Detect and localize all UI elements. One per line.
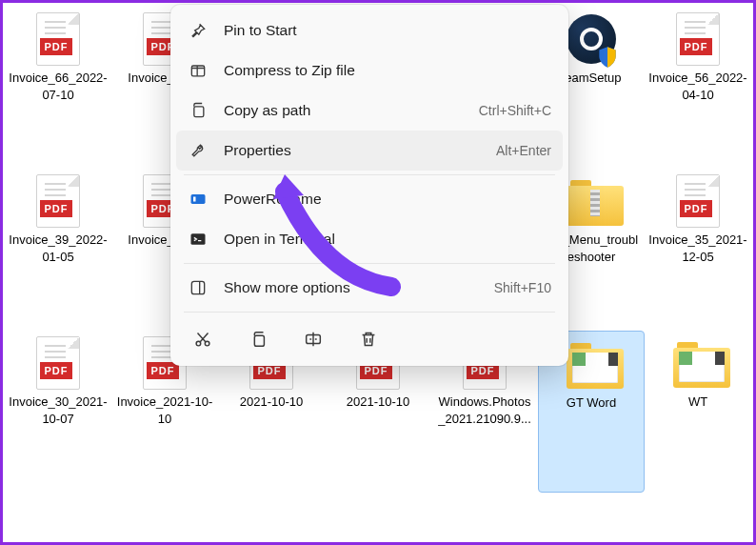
- pin-icon: [188, 20, 209, 41]
- file-label: WT: [688, 394, 707, 411]
- file-label: Invoice_2021-10-10: [115, 394, 214, 427]
- pdf-icon: PDF: [33, 174, 83, 230]
- menu-item-open-in-terminal[interactable]: Open in Terminal: [176, 219, 563, 259]
- svg-rect-8: [254, 335, 264, 346]
- file-item[interactable]: PDFInvoice_66_2022-07-10: [5, 7, 111, 169]
- menu-item-label: Show more options: [224, 279, 494, 296]
- menu-item-label: Open in Terminal: [224, 231, 551, 248]
- file-item[interactable]: PDFInvoice_30_2021-10-07: [5, 331, 111, 493]
- menu-item-label: Pin to Start: [224, 22, 551, 39]
- svg-rect-1: [194, 107, 204, 117]
- menu-shortcut: Ctrl+Shift+C: [479, 103, 551, 118]
- svg-point-7: [205, 341, 209, 346]
- menu-shortcut: Alt+Enter: [496, 143, 551, 158]
- file-label: Invoice_39_2022-01-05: [9, 232, 108, 265]
- rename-button[interactable]: [300, 326, 327, 353]
- svg-rect-5: [191, 281, 204, 293]
- context-menu: Pin to StartCompress to Zip fileCopy as …: [170, 5, 568, 366]
- properties-icon: [188, 140, 209, 161]
- file-item[interactable]: PDFInvoice_39_2022-01-05: [5, 169, 111, 331]
- menu-divider: [184, 174, 555, 175]
- svg-rect-2: [191, 194, 206, 204]
- file-label: Invoice_56_2022-04-10: [648, 70, 747, 103]
- menu-divider: [184, 312, 555, 313]
- file-label: Invoice_66_2022-07-10: [9, 70, 108, 103]
- file-label: GT Word: [567, 394, 616, 412]
- cut-button[interactable]: [189, 326, 216, 353]
- menu-shortcut: Shift+F10: [494, 280, 551, 295]
- menu-item-pin-to-start[interactable]: Pin to Start: [176, 10, 563, 50]
- menu-action-row: [176, 316, 563, 360]
- zip-icon: [188, 60, 209, 81]
- menu-item-label: Properties: [224, 142, 496, 159]
- steam-setup-icon: [567, 12, 616, 68]
- menu-item-copy-as-path[interactable]: Copy as pathCtrl+Shift+C: [176, 91, 563, 131]
- pdf-icon: PDF: [33, 12, 83, 68]
- menu-item-label: Compress to Zip file: [224, 62, 551, 79]
- svg-point-6: [196, 341, 201, 346]
- more-icon: [188, 277, 209, 298]
- menu-divider: [184, 263, 555, 264]
- file-label: Windows.Photos_2021.21090.9...: [435, 394, 534, 427]
- powerrename-icon: [188, 189, 209, 210]
- file-item[interactable]: PDFInvoice_56_2022-04-10: [645, 7, 751, 169]
- copy-button[interactable]: [245, 326, 271, 353]
- menu-item-label: PowerRename: [224, 191, 551, 208]
- file-item[interactable]: WT: [645, 331, 751, 493]
- file-label: 2021-10-10: [240, 394, 304, 411]
- menu-item-label: Copy as path: [224, 102, 479, 119]
- file-label: teamSetup: [562, 70, 622, 87]
- pdf-icon: PDF: [673, 174, 723, 230]
- file-label: Invoice_30_2021-10-07: [9, 394, 108, 427]
- menu-item-show-more-options[interactable]: Show more optionsShift+F10: [176, 268, 563, 308]
- file-label: Invoice_35_2021-12-05: [648, 232, 747, 265]
- menu-item-powerrename[interactable]: PowerRename: [176, 179, 563, 219]
- svg-rect-3: [193, 197, 196, 202]
- delete-button[interactable]: [355, 326, 382, 353]
- pdf-icon: PDF: [673, 12, 723, 68]
- folder-icon: [673, 336, 723, 392]
- svg-rect-4: [191, 233, 206, 245]
- menu-item-properties[interactable]: PropertiesAlt+Enter: [176, 131, 563, 171]
- pdf-icon: PDF: [33, 336, 83, 392]
- zip-folder-icon: [567, 174, 616, 230]
- copy-path-icon: [188, 100, 209, 121]
- folder-icon: [567, 337, 616, 393]
- menu-item-compress-to-zip-file[interactable]: Compress to Zip file: [176, 50, 563, 91]
- svg-rect-0: [191, 66, 204, 76]
- terminal-icon: [188, 229, 209, 250]
- file-item[interactable]: PDFInvoice_35_2021-12-05: [645, 169, 751, 331]
- file-label: 2021-10-10: [347, 394, 410, 411]
